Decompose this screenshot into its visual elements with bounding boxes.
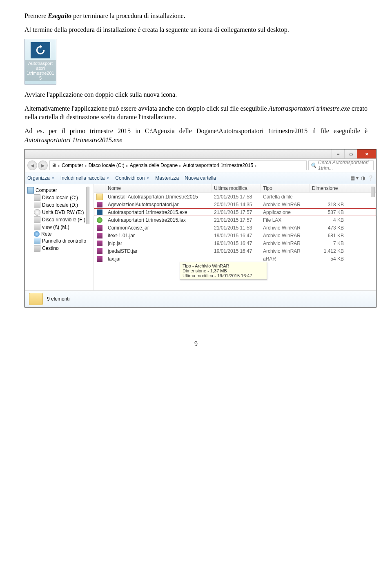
chevron-down-icon: ▼ [146,176,149,180]
table-row[interactable]: CommonAccise.jar21/01/2015 11:53Archivio… [94,224,376,232]
burn-button[interactable]: Masterizza [155,175,179,181]
paragraph-1: Premere Eseguito per terminare la proced… [24,11,368,20]
cell-name: AgevolazioniAutotrasportatori.jar [105,202,212,207]
text: Premere [24,12,48,19]
chevron-right-icon: ▸ [56,163,62,168]
paragraph-3: Avviare l'applicazione con doppio click … [24,90,368,99]
help-icon[interactable]: ❔ [368,175,374,181]
folder-icon [29,293,43,305]
tree-item[interactable]: Disco locale (D:) [27,201,92,209]
tooltip-line: Dimensione - 1,37 MB [183,268,264,273]
text: 1trimestre201 [27,71,54,76]
cell-type: Archivio WinRAR [261,225,310,231]
cd-icon [34,209,40,216]
file-tooltip: Tipo - Archivio WinRAR Dimensione - 1,37… [180,262,267,280]
tree-item[interactable]: Disco rimovibile (F:) [27,216,92,223]
ctrl-icon [34,238,40,244]
breadcrumb-seg[interactable]: Computer [62,163,83,168]
chevron-right-icon: ▸ [178,163,183,168]
close-button[interactable]: ✕ [357,149,376,158]
rar-icon [97,248,102,254]
rar-icon [97,256,102,262]
computer-icon [27,187,34,194]
cell-name: lax.jar [105,256,212,262]
cell-size: 537 KB [310,209,346,215]
include-library-button[interactable]: Includi nella raccolta▼ [60,175,110,181]
exe-icon [97,209,102,215]
cell-type: Archivio WinRAR [261,233,310,238]
share-button[interactable]: Condividi con▼ [115,175,149,181]
text: Ad es. per il primo trimestre 2015 in C:… [24,127,368,134]
col-type[interactable]: Tipo [261,184,310,192]
tree-label: Disco locale (C:) [42,195,78,201]
recycle-arrow-icon [35,45,46,56]
table-row[interactable]: AgevolazioniAutotrasportatori.jar20/01/2… [94,201,376,208]
tree-item[interactable]: Disco locale (C:) [27,194,92,201]
tree-scrollbar[interactable] [86,187,89,224]
col-size[interactable]: Dimensione [310,184,346,192]
col-modified[interactable]: Ultima modifica [212,184,261,192]
cell-size: 318 KB [310,202,346,207]
search-input[interactable]: 🔍 Cerca Autotrasportatori 1trim... [308,160,374,170]
shortcut-label: Autotrasport atori 1trimestre201 5 [25,60,56,81]
breadcrumb-seg[interactable]: Autotrasportatori 1trimestre2015 [183,163,253,168]
breadcrumb[interactable]: 🖥 ▸ Computer ▸ Disco locale (C:) ▸ Agenz… [49,160,307,170]
chevron-down-icon: ▼ [106,176,109,180]
breadcrumb-seg[interactable]: Disco locale (C:) [89,163,125,168]
back-button[interactable]: ◀ [27,160,37,170]
cell-size: 7 KB [310,241,346,246]
column-headers[interactable]: Nome Ultima modifica Tipo Dimensione [94,184,376,193]
cell-type: Applicazione [261,209,310,215]
desktop-shortcut-icon[interactable]: Autotrasport atori 1trimestre201 5 [24,39,56,85]
table-row[interactable]: Autotrasportatori 1trimestre2015.exe21/0… [94,208,376,216]
cell-name: Autotrasportatori 1trimestre2015.exe [105,209,212,215]
cell-name: Uninstall Autotrasportatori 1trimestre20… [105,194,212,200]
table-row[interactable]: jpedalSTD.jar19/01/2015 16:47Archivio Wi… [94,247,376,255]
tree-item[interactable]: Cestino [27,245,92,252]
list-scrollbar[interactable] [371,187,375,197]
tree-label: Disco locale (D:) [42,202,78,208]
folder-icon [96,194,103,200]
col-name[interactable]: Nome [105,184,212,192]
cell-type: aRAR [261,256,310,262]
table-row[interactable]: itext-1.01.jar19/01/2015 16:47Archivio W… [94,232,376,239]
filename: Autotrasportatori 1trimestre2015.exe [24,136,122,143]
tree-root-computer[interactable]: Computer [27,187,92,194]
preview-pane-icon[interactable]: ◑ [361,175,365,181]
tree-label: Cestino [42,245,59,251]
trash-icon [34,245,40,252]
tree-item[interactable]: view (\\) (M:) [27,223,92,231]
command-name: Eseguito [48,12,71,19]
lax-icon [97,217,102,223]
view-options-icon[interactable]: ▦ ▾ [350,175,359,181]
organize-button[interactable]: Organizza▼ [27,175,55,181]
table-row[interactable]: Autotrasportatori 1trimestre2015.lax21/0… [94,216,376,224]
tree-item[interactable]: Pannello di controllo [27,237,92,245]
tooltip-line: Tipo - Archivio WinRAR [183,263,264,268]
tree-label: Computer [36,187,57,193]
tree-label: view (\\) (M:) [42,224,69,230]
text: atori [36,66,45,71]
chevron-right-icon: ▸ [125,163,130,168]
filename: Autotrasportatori trimestre.exe [269,105,350,112]
drive-icon [34,224,40,230]
file-list: Nome Ultima modifica Tipo Dimensione Uni… [94,184,376,290]
forward-button[interactable]: ▶ [38,160,48,170]
paragraph-2: Al termine della procedura di installazi… [24,25,368,34]
cell-type: File LAX [261,217,310,223]
shortcut-tile [31,42,50,58]
new-folder-button[interactable]: Nuova cartella [185,175,216,181]
tree-item[interactable]: Unità DVD RW (E:) [27,209,92,216]
explorer-window: ━ ▭ ✕ ◀ ▶ 🖥 ▸ Computer ▸ Disco locale (C… [24,149,376,308]
tree-label: Unità DVD RW (E:) [42,209,84,215]
minimize-button[interactable]: ━ [332,149,344,158]
rar-icon [97,225,102,231]
cell-type: Cartella di file [261,194,310,200]
table-row[interactable]: Uninstall Autotrasportatori 1trimestre20… [94,193,376,201]
table-row[interactable]: jnlp.jar19/01/2015 16:47Archivio WinRAR7… [94,239,376,247]
cell-size: 473 KB [310,225,346,231]
tree-item[interactable]: Rete [27,231,92,237]
breadcrumb-seg[interactable]: Agenzia delle Dogane [130,163,178,168]
maximize-button[interactable]: ▭ [344,149,357,158]
paragraph-4: Alternativamente l'applicazione può esse… [24,104,368,122]
